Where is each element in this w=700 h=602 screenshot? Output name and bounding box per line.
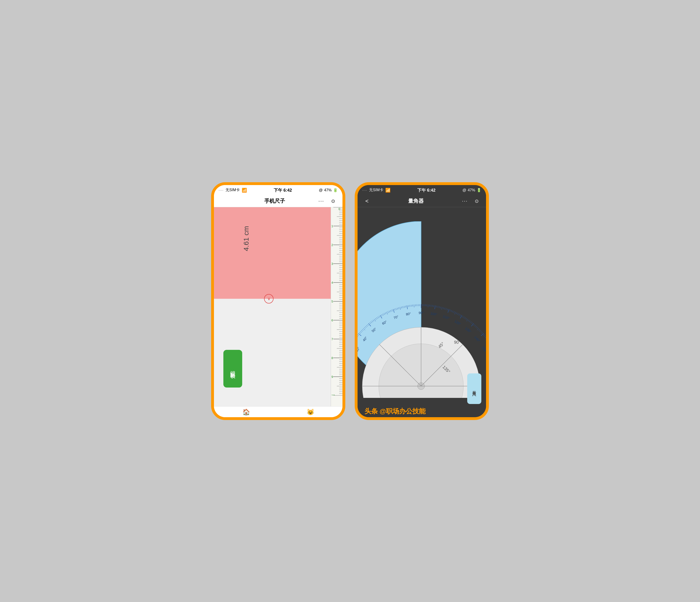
svg-line-155	[474, 324, 475, 326]
right-back-btn[interactable]: <	[362, 198, 372, 204]
right-phone: ···· 无SIM卡 📶 下午 6:42 @ 47% 🔋 < 量角器 ··· ⊙	[355, 182, 489, 420]
left-status-bar: ···· 无SIM卡 📶 下午 6:42 @ 47% 🔋	[214, 185, 343, 195]
svg-line-123	[438, 306, 438, 308]
watermark-at: @职场办公技能	[380, 408, 426, 415]
ruler-scale	[331, 207, 343, 406]
svg-line-152	[471, 322, 473, 324]
cat-icon: 😺	[307, 408, 314, 416]
left-header-title: 手机尺子	[233, 197, 317, 204]
svg-line-145	[464, 316, 465, 318]
svg-line-158	[477, 327, 478, 329]
protractor-container: 45° 90° 135° 10°20°30°40°50°60°70°80°90°…	[357, 207, 486, 420]
measurement-label: 4.61 cm	[242, 226, 250, 251]
svg-line-149	[468, 320, 469, 321]
svg-text:100°: 100°	[430, 311, 437, 316]
svg-line-117	[431, 305, 431, 307]
svg-text:120°: 120°	[454, 319, 461, 326]
svg-line-122	[436, 306, 437, 308]
svg-line-151	[470, 321, 471, 323]
home-icon: 🏠	[243, 408, 250, 416]
svg-text:130°: 130°	[465, 326, 472, 334]
right-signal-dots: ····	[362, 189, 367, 192]
right-status-bar: ···· 无SIM卡 📶 下午 6:42 @ 47% 🔋	[357, 185, 486, 195]
right-status-right: @ 47% 🔋	[462, 188, 481, 192]
svg-line-146	[465, 317, 466, 319]
left-status-right: @ 47% 🔋	[319, 188, 338, 192]
sim-label: 无SIM卡	[225, 188, 240, 193]
svg-line-116	[429, 305, 430, 306]
left-phone: ···· 无SIM卡 📶 下午 6:42 @ 47% 🔋 手机尺子 ··· ⊙	[211, 182, 345, 420]
svg-line-126	[442, 307, 442, 310]
right-time: 下午 6:42	[417, 187, 435, 193]
svg-text:90°: 90°	[419, 311, 423, 315]
svg-text:110°: 110°	[442, 314, 450, 320]
ruler-container: 4.61 cm ∨ 锁定解锁	[214, 207, 343, 406]
right-sim-label: 无SIM卡	[369, 188, 383, 193]
svg-line-167	[484, 336, 485, 337]
nav-more[interactable]: 😺 更多精品	[278, 408, 343, 420]
svg-line-160	[479, 329, 480, 331]
svg-line-168	[485, 337, 486, 338]
svg-line-169	[486, 338, 486, 339]
svg-line-136	[454, 311, 454, 313]
svg-line-119	[433, 305, 434, 307]
battery-pct-right: 47%	[468, 188, 475, 192]
left-status-left: ···· 无SIM卡 📶	[219, 188, 247, 193]
down-chevron-btn[interactable]: ∨	[264, 294, 274, 304]
left-target-btn[interactable]: ⊙	[328, 198, 338, 204]
ruler-pink-area	[214, 207, 331, 299]
svg-line-130	[447, 308, 448, 310]
right-target-btn[interactable]: ⊙	[472, 198, 481, 204]
svg-line-141	[460, 314, 461, 316]
right-status-left: ···· 无SIM卡 📶	[362, 188, 391, 193]
svg-line-147	[466, 318, 467, 320]
svg-line-127	[443, 307, 444, 309]
green-lock-btn[interactable]: 锁定解锁	[223, 350, 242, 387]
svg-line-118	[432, 305, 432, 307]
location-icon: @	[319, 188, 323, 192]
svg-line-137	[454, 312, 456, 314]
nav-more-label: 更多精品	[304, 417, 317, 420]
svg-line-170	[486, 339, 486, 341]
svg-line-120	[435, 305, 435, 309]
svg-line-135	[452, 311, 453, 312]
phones-container: ···· 无SIM卡 📶 下午 6:42 @ 47% 🔋 手机尺子 ··· ⊙	[211, 182, 489, 420]
left-bottom-nav: 🏠 首页 😺 更多精品	[214, 406, 343, 420]
right-location-icon: @	[462, 188, 466, 192]
svg-line-150	[469, 321, 471, 322]
svg-line-131	[448, 309, 449, 312]
svg-line-134	[451, 310, 452, 312]
svg-text:140°: 140°	[474, 335, 481, 342]
svg-line-125	[441, 307, 441, 308]
right-wifi-icon: 📶	[385, 188, 391, 193]
svg-line-128	[444, 308, 445, 310]
svg-line-162	[481, 331, 482, 332]
protractor-svg: 45° 90° 135° 10°20°30°40°50°60°70°80°90°…	[357, 221, 486, 398]
svg-line-166	[483, 334, 485, 336]
blue-protractor-btn[interactable]: 量角尺	[467, 374, 481, 404]
svg-line-148	[467, 319, 468, 321]
right-header-title: 量角器	[372, 197, 460, 204]
battery-icon-left: 🔋	[333, 188, 338, 192]
svg-line-144	[462, 316, 463, 317]
svg-text:150°: 150°	[481, 345, 486, 353]
wifi-icon: 📶	[242, 188, 247, 193]
svg-line-129	[446, 308, 446, 310]
green-btn-label: 锁定解锁	[229, 367, 236, 370]
right-more-btn[interactable]: ···	[460, 198, 470, 204]
right-app-header: < 量角器 ··· ⊙	[357, 195, 486, 207]
svg-line-138	[456, 312, 457, 314]
svg-text:90°: 90°	[454, 340, 460, 345]
signal-dots: ····	[219, 189, 224, 192]
watermark-prefix: 头条	[365, 408, 380, 415]
svg-line-124	[439, 306, 440, 308]
watermark: 头条 @职场办公技能	[365, 407, 426, 416]
nav-home[interactable]: 🏠 首页	[214, 408, 278, 420]
blue-btn-label: 量角尺	[471, 387, 477, 390]
svg-line-133	[450, 310, 450, 311]
battery-icon-right: 🔋	[477, 188, 481, 192]
svg-line-114	[427, 304, 427, 306]
svg-line-159	[477, 328, 479, 330]
left-more-btn[interactable]: ···	[317, 198, 326, 204]
svg-line-142	[460, 315, 462, 318]
